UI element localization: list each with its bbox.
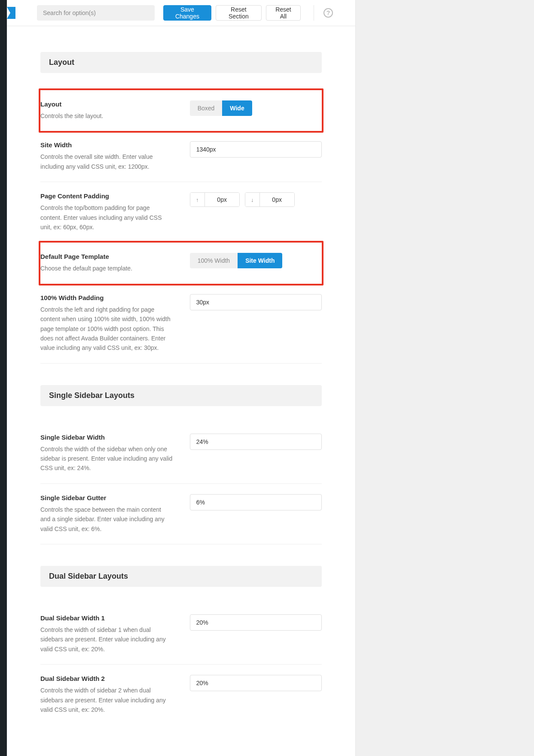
option-title: Default Page Template bbox=[40, 253, 173, 260]
padding-top-field: ↑ bbox=[190, 192, 240, 207]
option-desc: Choose the default page template. bbox=[40, 264, 173, 273]
option-desc: Controls the overall site width. Enter v… bbox=[40, 152, 173, 171]
option-desc: Controls the left and right padding for … bbox=[40, 305, 173, 353]
option-desc: Controls the width of the sidebar when o… bbox=[40, 444, 173, 473]
template-option-100width[interactable]: 100% Width bbox=[190, 253, 238, 268]
layout-option-wide[interactable]: Wide bbox=[222, 100, 252, 116]
reset-all-button[interactable]: Reset All bbox=[266, 5, 301, 21]
reset-section-button[interactable]: Reset Section bbox=[216, 5, 262, 21]
help-area: ? bbox=[314, 5, 343, 21]
highlighted-option-layout: Layout Controls the site layout. Boxed W… bbox=[39, 88, 323, 133]
single-sidebar-width-input[interactable] bbox=[190, 434, 322, 450]
layout-toggle: Boxed Wide bbox=[190, 100, 252, 116]
arrow-up-icon: ↑ bbox=[190, 193, 205, 206]
section-header-layout: Layout bbox=[40, 52, 322, 73]
admin-sidebar-collapsed bbox=[0, 0, 7, 756]
dual-sidebar-width-2-input[interactable] bbox=[190, 675, 322, 691]
search-input[interactable] bbox=[37, 5, 155, 21]
save-changes-button[interactable]: Save Changes bbox=[163, 5, 211, 21]
option-desc: Controls the width of sidebar 2 when dua… bbox=[40, 686, 173, 714]
padding-top-input[interactable] bbox=[205, 193, 239, 206]
option-desc: Controls the top/bottom padding for page… bbox=[40, 203, 173, 232]
options-panel: Save Changes Reset Section Reset All ? L… bbox=[7, 0, 356, 756]
section-header-single-sidebar: Single Sidebar Layouts bbox=[40, 385, 322, 406]
option-desc: Controls the width of sidebar 1 when dua… bbox=[40, 625, 173, 654]
default-page-template-toggle: 100% Width Site Width bbox=[190, 253, 283, 268]
dual-sidebar-width-1-input[interactable] bbox=[190, 614, 322, 631]
template-option-sitewidth[interactable]: Site Width bbox=[238, 253, 282, 268]
help-icon[interactable]: ? bbox=[323, 8, 333, 18]
panel-collapse-handle[interactable] bbox=[7, 7, 15, 19]
padding-bottom-field: ↓ bbox=[245, 192, 295, 207]
padding-bottom-input[interactable] bbox=[260, 193, 294, 206]
option-title: Site Width bbox=[40, 141, 173, 149]
option-title: 100% Width Padding bbox=[40, 294, 173, 301]
layout-option-boxed[interactable]: Boxed bbox=[190, 100, 223, 116]
right-gutter bbox=[356, 0, 534, 756]
option-title: Single Sidebar Width bbox=[40, 434, 173, 441]
option-title: Single Sidebar Gutter bbox=[40, 494, 173, 501]
option-title: Dual Sidebar Width 1 bbox=[40, 614, 173, 622]
section-header-dual-sidebar: Dual Sidebar Layouts bbox=[40, 566, 322, 587]
site-width-input[interactable] bbox=[190, 141, 322, 158]
topbar: Save Changes Reset Section Reset All ? bbox=[7, 0, 355, 26]
arrow-down-icon: ↓ bbox=[245, 193, 260, 206]
width-padding-input[interactable] bbox=[190, 294, 322, 310]
option-title: Dual Sidebar Width 2 bbox=[40, 675, 173, 682]
option-desc: Controls the site layout. bbox=[40, 111, 173, 121]
option-title: Layout bbox=[40, 100, 173, 108]
content: Layout Layout Controls the site layout. … bbox=[7, 26, 355, 742]
single-sidebar-gutter-input[interactable] bbox=[190, 494, 322, 510]
option-title: Page Content Padding bbox=[40, 192, 173, 200]
highlighted-option-default-page-template: Default Page Template Choose the default… bbox=[39, 241, 323, 285]
option-desc: Controls the space between the main cont… bbox=[40, 505, 173, 534]
